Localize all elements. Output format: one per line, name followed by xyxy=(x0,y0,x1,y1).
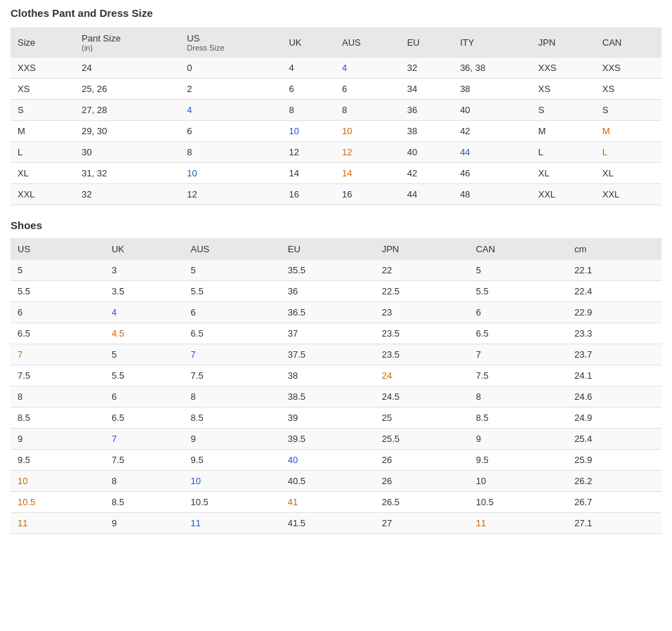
table-row: XXL321216164448XXLXXL xyxy=(11,184,661,205)
table-row: 1081040.5261026.2 xyxy=(11,471,661,492)
table-row: 75737.523.5723.7 xyxy=(11,344,661,365)
table-row: 1191141.5271127.1 xyxy=(11,513,661,534)
table-row: M29, 30610103842MM xyxy=(11,121,661,142)
shoes-table: US UK AUS EU JPN CAN cm 53535.522522.15.… xyxy=(11,238,661,534)
clothes-col-aus: AUS xyxy=(335,27,400,58)
clothes-col-can: CAN xyxy=(595,27,661,58)
table-row: S27, 284883640SS xyxy=(11,100,661,121)
table-row: XL31, 321014144246XLXL xyxy=(11,163,661,184)
clothes-table: Size Pant Size (in) US Dress Size UK AUS… xyxy=(11,27,661,205)
clothes-col-ity: ITY xyxy=(453,27,531,58)
table-row: 8.56.58.539258.524.9 xyxy=(11,408,661,429)
clothes-col-jpn: JPN xyxy=(532,27,595,58)
shoes-col-uk: UK xyxy=(105,238,184,260)
clothes-col-uk: UK xyxy=(282,27,334,58)
table-row: 9.57.59.540269.525.9 xyxy=(11,450,661,471)
clothes-header-row: Size Pant Size (in) US Dress Size UK AUS… xyxy=(11,27,661,58)
shoes-col-aus: AUS xyxy=(184,238,281,260)
shoes-section-title: Shoes xyxy=(11,219,661,231)
table-row: 7.55.57.538247.524.1 xyxy=(11,365,661,386)
table-row: L30812124044LL xyxy=(11,142,661,163)
shoes-header-row: US UK AUS EU JPN CAN cm xyxy=(11,238,661,260)
page-title: Clothes Pant and Dress Size xyxy=(11,7,661,19)
table-row: 6.54.56.53723.56.523.3 xyxy=(11,323,661,344)
table-row: XXS240443236, 38XXSXXS xyxy=(11,58,661,79)
table-row: 5.53.55.53622.55.522.4 xyxy=(11,281,661,302)
table-row: 97939.525.5925.4 xyxy=(11,429,661,450)
clothes-col-size: Size xyxy=(11,27,74,58)
shoes-col-jpn: JPN xyxy=(375,238,469,260)
table-row: 86838.524.5824.6 xyxy=(11,386,661,408)
clothes-col-us: US Dress Size xyxy=(180,27,282,58)
shoes-col-us: US xyxy=(11,238,105,260)
table-row: 64636.523622.9 xyxy=(11,302,661,323)
table-row: XS25, 262663438XSXS xyxy=(11,79,661,100)
clothes-col-pant: Pant Size (in) xyxy=(74,27,180,58)
clothes-col-eu: EU xyxy=(400,27,453,58)
shoes-col-cm: cm xyxy=(567,238,661,260)
shoes-col-eu: EU xyxy=(281,238,375,260)
table-row: 10.58.510.54126.510.526.7 xyxy=(11,492,661,513)
shoes-col-can: CAN xyxy=(469,238,567,260)
table-row: 53535.522522.1 xyxy=(11,260,661,281)
